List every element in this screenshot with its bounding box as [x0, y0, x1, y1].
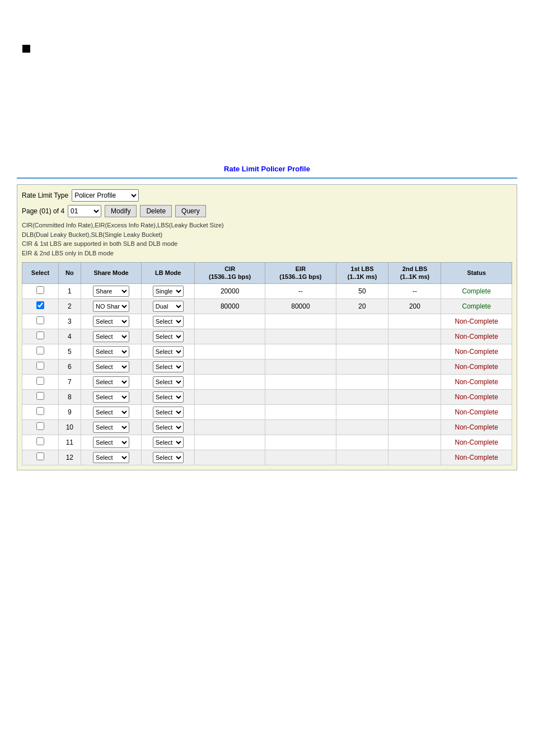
row-cir: [194, 374, 265, 389]
table-row: 10SelectShareNO ShareSelectSingleDualNon…: [22, 419, 512, 435]
row-no: 5: [59, 344, 81, 359]
info-line4: EIR & 2nd LBS only in DLB mode: [22, 250, 114, 256]
share-mode-select-4[interactable]: SelectShareNO Share: [93, 331, 129, 342]
row-cir: [194, 329, 265, 344]
th-share-mode: Share Mode: [81, 263, 142, 284]
row-checkbox-6[interactable]: [36, 362, 44, 370]
row-cir: [194, 435, 265, 450]
query-button[interactable]: Query: [175, 205, 206, 217]
section-divider: [17, 178, 517, 179]
row-status: Non-Complete: [441, 314, 512, 329]
rate-limit-type-row: Rate Limit Type Policer Profile: [22, 189, 512, 202]
row-checkbox-4[interactable]: [36, 332, 44, 339]
lb-mode-select-3[interactable]: SelectSingleDual: [153, 316, 184, 327]
share-mode-select-5[interactable]: SelectShareNO Share: [93, 346, 129, 357]
info-line3: CIR & 1st LBS are supported in both SLB …: [22, 240, 177, 247]
page-wrapper: Rate Limit Policer Profile Rate Limit Ty…: [0, 0, 534, 482]
row-checkbox-1[interactable]: [36, 286, 44, 294]
row-checkbox-12[interactable]: [36, 452, 44, 460]
lb-mode-select-11[interactable]: SelectSingleDual: [153, 437, 184, 448]
row-checkbox-11[interactable]: [36, 437, 44, 445]
row-status: Non-Complete: [441, 389, 512, 404]
row-lbs2: [388, 374, 441, 389]
share-mode-select-3[interactable]: SelectShareNO Share: [93, 316, 129, 327]
row-no: 9: [59, 404, 81, 419]
row-eir: --: [265, 283, 336, 298]
row-eir: [265, 359, 336, 374]
th-no: No: [59, 263, 81, 284]
row-lbs2: [388, 419, 441, 435]
share-mode-select-1[interactable]: SelectShareNO Share: [93, 286, 129, 297]
row-lbs2: 200: [388, 298, 441, 314]
row-eir: [265, 314, 336, 329]
lb-mode-select-4[interactable]: SelectSingleDual: [153, 331, 184, 342]
lb-mode-select-7[interactable]: SelectSingleDual: [153, 376, 184, 388]
row-eir: [265, 419, 336, 435]
share-mode-select-2[interactable]: SelectShareNO Share: [93, 301, 129, 312]
row-cir: [194, 419, 265, 435]
row-lbs2: [388, 359, 441, 374]
row-checkbox-3[interactable]: [36, 316, 44, 324]
row-lbs1: [336, 389, 388, 404]
share-mode-select-8[interactable]: SelectShareNO Share: [93, 391, 129, 403]
row-eir: [265, 435, 336, 450]
share-mode-select-6[interactable]: SelectShareNO Share: [93, 361, 129, 372]
share-mode-select-7[interactable]: SelectShareNO Share: [93, 376, 129, 388]
row-checkbox-10[interactable]: [36, 422, 44, 430]
lb-mode-select-5[interactable]: SelectSingleDual: [153, 346, 184, 357]
row-lbs2: [388, 329, 441, 344]
row-no: 12: [59, 450, 81, 465]
row-lbs1: [336, 314, 388, 329]
row-checkbox-7[interactable]: [36, 377, 44, 385]
row-lbs1: [336, 329, 388, 344]
table-row: 6SelectShareNO ShareSelectSingleDualNon-…: [22, 359, 512, 374]
table-row: 5SelectShareNO ShareSelectSingleDualNon-…: [22, 344, 512, 359]
lb-mode-select-10[interactable]: SelectSingleDual: [153, 422, 184, 433]
rate-limit-type-select[interactable]: Policer Profile: [72, 189, 139, 202]
page-row: Page (01) of 4 01 02 03 04 Modify Delete…: [22, 205, 512, 217]
row-eir: [265, 450, 336, 465]
row-status: Complete: [441, 283, 512, 298]
table-row: 12SelectShareNO ShareSelectSingleDualNon…: [22, 450, 512, 465]
share-mode-select-10[interactable]: SelectShareNO Share: [93, 422, 129, 433]
row-lbs2: [388, 450, 441, 465]
row-status: Non-Complete: [441, 404, 512, 419]
lb-mode-select-12[interactable]: SelectSingleDual: [153, 452, 184, 463]
table-row: 3SelectShareNO ShareSelectSingleDualNon-…: [22, 314, 512, 329]
row-cir: 20000: [194, 283, 265, 298]
row-lbs1: 50: [336, 283, 388, 298]
row-lbs2: [388, 389, 441, 404]
table-row: 2SelectShareNO ShareSelectSingleDual8000…: [22, 298, 512, 314]
th-select: Select: [22, 263, 59, 284]
page-label: Page (01) of 4: [22, 207, 64, 215]
row-lbs1: [336, 435, 388, 450]
row-cir: [194, 359, 265, 374]
delete-button[interactable]: Delete: [140, 205, 172, 217]
main-container: Rate Limit Type Policer Profile Page (01…: [17, 184, 517, 470]
row-checkbox-9[interactable]: [36, 407, 44, 415]
row-checkbox-5[interactable]: [36, 347, 44, 354]
table-row: 4SelectShareNO ShareSelectSingleDualNon-…: [22, 329, 512, 344]
section-title: Rate Limit Policer Profile: [17, 165, 517, 173]
share-mode-select-11[interactable]: SelectShareNO Share: [93, 437, 129, 448]
th-lbs1: 1st LBS (1..1K ms): [336, 263, 388, 284]
lb-mode-select-2[interactable]: SelectSingleDual: [153, 301, 184, 312]
th-lbs2: 2nd LBS (1..1K ms): [388, 263, 441, 284]
share-mode-select-9[interactable]: SelectShareNO Share: [93, 407, 129, 418]
row-checkbox-8[interactable]: [36, 392, 44, 400]
row-eir: [265, 344, 336, 359]
lb-mode-select-1[interactable]: SelectSingleDual: [153, 286, 184, 297]
th-cir: CIR (1536..1G bps): [194, 263, 265, 284]
lb-mode-select-6[interactable]: SelectSingleDual: [153, 361, 184, 372]
row-status: Non-Complete: [441, 374, 512, 389]
row-checkbox-2[interactable]: [36, 301, 44, 309]
table-row: 11SelectShareNO ShareSelectSingleDualNon…: [22, 435, 512, 450]
lb-mode-select-8[interactable]: SelectSingleDual: [153, 391, 184, 403]
share-mode-select-12[interactable]: SelectShareNO Share: [93, 452, 129, 463]
page-select[interactable]: 01 02 03 04: [68, 205, 101, 217]
row-cir: [194, 344, 265, 359]
lb-mode-select-9[interactable]: SelectSingleDual: [153, 407, 184, 418]
modify-button[interactable]: Modify: [105, 205, 137, 217]
row-no: 7: [59, 374, 81, 389]
black-square-icon: [22, 45, 30, 53]
